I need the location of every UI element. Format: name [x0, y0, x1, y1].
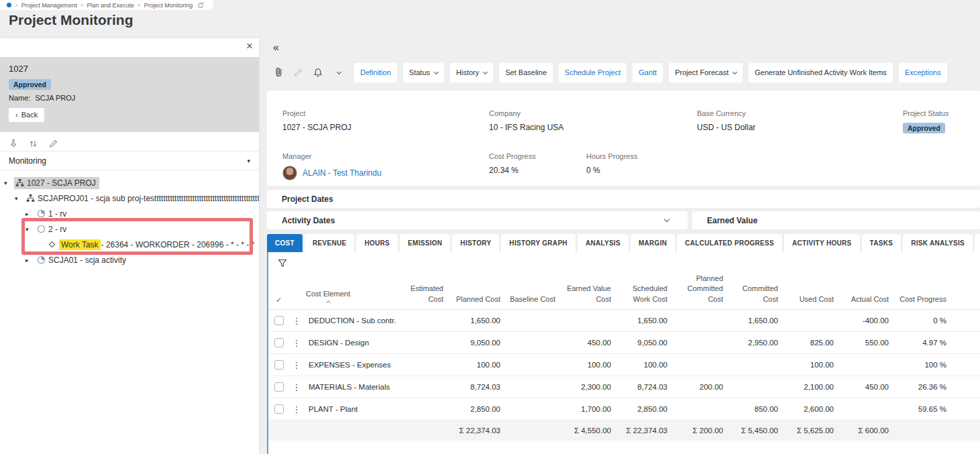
column-header-estimated[interactable]: Estimated Cost: [396, 274, 445, 310]
toolbar-button-project-forecast[interactable]: Project Forecast: [669, 63, 743, 82]
select-all-checkmark[interactable]: ✓: [268, 274, 288, 310]
tab-activity-hours[interactable]: ACTIVITY HOURS: [784, 234, 859, 252]
tab-history-graph[interactable]: HISTORY GRAPH: [501, 234, 576, 252]
total-planned_committed: Σ 200.00: [669, 420, 724, 441]
tab-analysis[interactable]: ANALYSIS: [578, 234, 629, 252]
column-header-label: Planned Cost: [456, 294, 500, 304]
tab-revenue[interactable]: REVENUE: [305, 234, 354, 252]
toolbar-button-gantt[interactable]: Gantt: [633, 63, 663, 82]
column-header-committed[interactable]: Committed Cost: [724, 274, 779, 310]
table-row[interactable]: ⋮DEDUCTION - Sub contr...1,650.001,650.0…: [268, 310, 980, 332]
toolbar-button-definition[interactable]: Definition: [354, 63, 397, 82]
manager-link[interactable]: ALAIN - Test Tharindu: [303, 168, 382, 178]
cell-planned_committed: [669, 398, 724, 420]
column-header-progress[interactable]: Cost Progress: [890, 274, 948, 310]
cell-baseline: [502, 354, 557, 376]
column-header-baseline[interactable]: Baseline Cost: [502, 274, 557, 310]
row-select-cell: [268, 376, 288, 398]
kebab-menu-icon[interactable]: ⋮: [292, 316, 301, 326]
back-button[interactable]: ‹ Back: [9, 108, 44, 122]
tab-risk-analysis[interactable]: RISK ANALYSIS: [903, 234, 973, 252]
column-header-earned_value[interactable]: Earned Value Cost: [557, 274, 612, 310]
toolbar-button-generate-unfinished-activity-work-items[interactable]: Generate Unfinished Activity Work Items: [749, 63, 893, 82]
row-menu-cell: ⋮: [288, 310, 306, 332]
tab-hours[interactable]: HOURS: [356, 234, 398, 252]
toolbar-button-status[interactable]: Status: [403, 63, 444, 82]
section-earned-value[interactable]: Earned Value: [692, 211, 980, 229]
kebab-menu-icon[interactable]: ⋮: [292, 338, 301, 348]
project-detail-panel: « DefinitionStatusHistorySet BaselineSch…: [267, 38, 980, 454]
column-header-planned[interactable]: Planned Cost: [445, 274, 502, 310]
company-link[interactable]: 10 - IFS Racing USA: [489, 123, 697, 132]
tree-item[interactable]: ▾2 - rv: [0, 221, 259, 237]
tree-item[interactable]: Work Task - 26364 - WORKORDER - 206996 -…: [0, 237, 259, 252]
refresh-icon[interactable]: [197, 2, 204, 9]
field-value: 0 %: [586, 166, 697, 175]
tree-item[interactable]: ▾SCJAPROJ01 - scja sub proj-testtttttttt…: [0, 190, 259, 206]
column-header-cost_element[interactable]: Cost Element: [306, 274, 396, 310]
breadcrumb-item-project-monitoring[interactable]: Project Monitoring: [144, 2, 193, 9]
kebab-menu-icon[interactable]: ⋮: [292, 382, 301, 392]
cell-cost_element: EXPENSES - Expenses: [306, 354, 396, 376]
tree-item[interactable]: ▸SCJA01 - scja activity: [0, 252, 259, 268]
column-header-scheduled[interactable]: Scheduled Work Cost: [612, 274, 669, 310]
tab-risks[interactable]: RISKS: [975, 234, 980, 252]
row-checkbox[interactable]: [274, 382, 284, 392]
tab-tasks[interactable]: TASKS: [862, 234, 902, 252]
tab-margin[interactable]: MARGIN: [631, 234, 675, 252]
tree-item-text: SCJAPROJ01 - scja sub proj-testttttttttt…: [38, 194, 259, 203]
cell-committed: [724, 354, 779, 376]
section-activity-dates[interactable]: Activity Dates: [267, 211, 688, 229]
edit-icon[interactable]: [49, 139, 58, 148]
toolbar-button-exceptions[interactable]: Exceptions: [899, 63, 947, 82]
tab-cost[interactable]: COST: [267, 234, 303, 252]
chevron-down-icon[interactable]: [337, 69, 341, 74]
tree-caret-down-icon[interactable]: ▾: [25, 226, 36, 233]
column-header-actual[interactable]: Actual Cost: [835, 274, 890, 310]
tab-calculated-progress[interactable]: CALCULATED PROGRESS: [677, 234, 782, 252]
tab-emission[interactable]: EMISSION: [400, 234, 450, 252]
table-row[interactable]: ⋮MATERIALS - Materials8,724.032,300.008,…: [268, 376, 980, 398]
toolbar-button-schedule-project[interactable]: Schedule Project: [559, 63, 627, 82]
name-value: SCJA PROJ: [35, 94, 75, 102]
section-label: Earned Value: [707, 216, 757, 225]
tree-caret-right-icon[interactable]: ▸: [25, 211, 36, 217]
toolbar-button-set-baseline[interactable]: Set Baseline: [499, 63, 553, 82]
collapse-panel-icon[interactable]: «: [273, 42, 279, 54]
tab-history[interactable]: HISTORY: [452, 234, 499, 252]
toolbar-button-history[interactable]: History: [450, 63, 493, 82]
table-row[interactable]: ⋮DESIGN - Design9,050.00450.009,050.002,…: [268, 332, 980, 354]
home-icon[interactable]: [7, 3, 11, 7]
base-currency-link[interactable]: USD - US Dollar: [697, 123, 903, 132]
row-checkbox[interactable]: [274, 338, 284, 347]
row-checkbox[interactable]: [274, 360, 284, 370]
table-row[interactable]: ⋮PLANT - Plant2,850.001,700.002,850.0085…: [268, 398, 980, 420]
tree-caret-down-icon[interactable]: ▾: [15, 195, 25, 202]
breadcrumb-item-plan-and-execute[interactable]: Plan and Execute: [87, 2, 134, 9]
tree-item[interactable]: ▸1 - rv: [0, 206, 259, 221]
column-header-planned_committed[interactable]: Planned Committed Cost: [669, 274, 724, 310]
toolbar-button-label: Status: [409, 68, 430, 76]
column-header-used[interactable]: Used Cost: [779, 274, 835, 310]
command-toolbar: DefinitionStatusHistorySet BaselineSched…: [274, 62, 980, 82]
field-hours-progress: Hours Progress 0 %: [586, 152, 697, 186]
swap-icon[interactable]: [29, 139, 38, 148]
kebab-menu-icon[interactable]: ⋮: [292, 360, 301, 370]
view-selector[interactable]: Monitoring ▾: [0, 152, 259, 170]
filter-icon[interactable]: [278, 259, 980, 268]
row-checkbox[interactable]: [274, 316, 284, 325]
toolbar-button-label: Set Baseline: [505, 68, 547, 76]
table-row[interactable]: ⋮EXPENSES - Expenses100.00100.00100.0010…: [268, 354, 980, 376]
tree-item[interactable]: ▾1027 - SCJA PROJ: [0, 175, 259, 190]
close-icon[interactable]: ×: [246, 40, 253, 52]
pin-icon[interactable]: [9, 139, 17, 148]
tree-caret-right-icon[interactable]: ▸: [25, 257, 36, 264]
breadcrumb-item-project-management[interactable]: Project Management: [21, 2, 77, 9]
kebab-menu-icon[interactable]: ⋮: [292, 404, 301, 414]
breadcrumb: > Project Management > Plan and Execute …: [0, 0, 213, 10]
attachment-icon[interactable]: [274, 67, 284, 78]
tree-caret-down-icon[interactable]: ▾: [4, 180, 14, 186]
row-checkbox[interactable]: [274, 404, 284, 414]
section-project-dates[interactable]: Project Dates: [267, 190, 980, 208]
notifications-bell-icon[interactable]: [313, 68, 323, 78]
